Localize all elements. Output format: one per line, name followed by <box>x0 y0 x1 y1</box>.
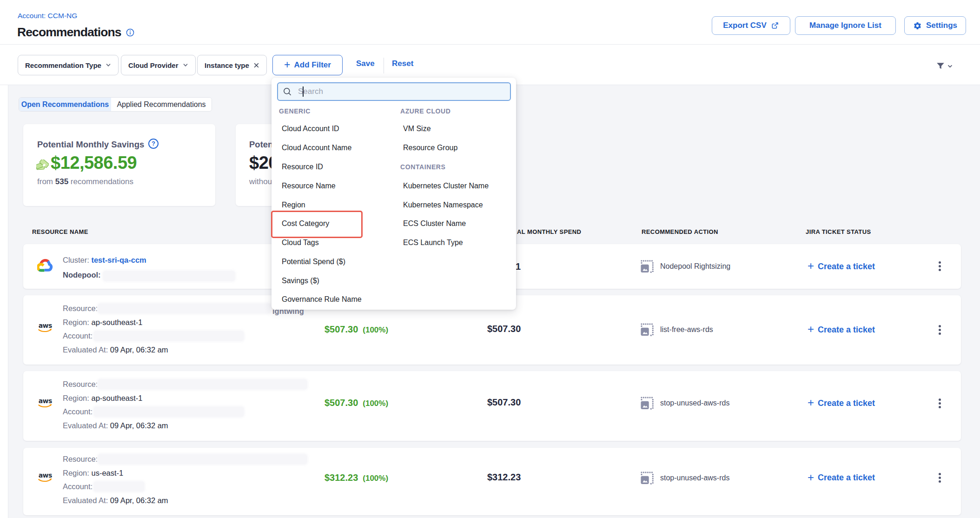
create-ticket-label: Create a ticket <box>818 262 875 272</box>
dropdown-item-resource-name[interactable]: Resource Name <box>282 182 336 190</box>
funnel-icon <box>935 61 946 71</box>
nodepool-label: Nodepool: <box>63 271 101 279</box>
account-breadcrumb[interactable]: Account: CCM-NG <box>18 12 77 20</box>
filter-chip-instance-type[interactable]: Instance type <box>197 55 267 75</box>
plus-icon: + <box>808 472 814 483</box>
dropdown-item-potential-spend[interactable]: Potential Spend ($) <box>282 258 345 266</box>
create-ticket-label: Create a ticket <box>818 325 875 335</box>
close-icon[interactable] <box>253 62 259 68</box>
dropdown-item-region[interactable]: Region <box>282 201 305 209</box>
cost-category-highlight-box <box>271 211 363 238</box>
column-header-jira-ticket-status[interactable]: JIRA TICKET STATUS <box>806 228 871 235</box>
settings-button[interactable]: Settings <box>904 16 966 35</box>
svg-text:aws: aws <box>39 398 52 405</box>
recommended-action: Nodepool Rightsizing <box>641 260 730 273</box>
aws-icon: aws <box>38 397 53 412</box>
dropdown-item-ecs-launch-type[interactable]: ECS Launch Type <box>403 239 463 247</box>
rightsizing-action-icon <box>641 472 654 485</box>
money-icon <box>36 159 49 172</box>
column-header-resource-name[interactable]: RESOURCE NAME <box>32 228 88 235</box>
savings-value: $312.23 <box>324 472 358 483</box>
resource-label: Resource: <box>63 455 98 463</box>
row-menu-kebab-icon[interactable] <box>939 473 941 483</box>
create-ticket-button[interactable]: + Create a ticket <box>808 398 875 409</box>
tab-open-recommendations[interactable]: Open Recommendations <box>19 98 111 111</box>
redacted-account-value <box>94 331 244 341</box>
savings-percent: (100%) <box>363 325 388 334</box>
create-ticket-button[interactable]: + Create a ticket <box>808 472 875 484</box>
tab-applied-recommendations[interactable]: Applied Recommendations <box>111 98 212 111</box>
manage-ignore-list-button[interactable]: Manage Ignore List <box>795 16 896 35</box>
row-menu-kebab-icon[interactable] <box>939 325 941 335</box>
resource-line: Resource: <box>63 304 98 313</box>
search-input[interactable] <box>296 87 505 96</box>
row-menu-kebab-icon[interactable] <box>939 261 941 271</box>
dropdown-item-resource-group[interactable]: Resource Group <box>403 144 457 152</box>
filter-chip-cloud-provider[interactable]: Cloud Provider <box>121 55 196 75</box>
row-menu-kebab-icon[interactable] <box>939 398 941 408</box>
manage-ignore-list-label: Manage Ignore List <box>809 21 881 30</box>
add-filter-dropdown: GENERIC Cloud Account ID Cloud Account N… <box>271 78 516 310</box>
gear-icon <box>913 21 922 30</box>
region-label: Region: <box>63 394 89 402</box>
add-filter-button[interactable]: + Add Filter <box>272 55 343 75</box>
column-header-monthly-spend[interactable]: AL MONTHLY SPEND <box>517 228 581 235</box>
dropdown-item-governance-rule-name[interactable]: Governance Rule Name <box>282 295 362 304</box>
account-line: Account: <box>63 331 93 340</box>
recommendation-row-3[interactable]: aws Resource: Region: ap-southeast-1 Acc… <box>23 371 961 441</box>
plus-icon: + <box>284 60 290 70</box>
account-label: Account: <box>63 407 93 416</box>
page-title: Recommendations <box>17 25 121 40</box>
recommended-action: stop-unused-aws-rds <box>641 472 729 485</box>
save-filter-link[interactable]: Save <box>356 59 375 68</box>
account-label: Account: <box>63 482 93 491</box>
recommended-action-label: Nodepool Rightsizing <box>660 262 730 271</box>
account-label: Account: <box>63 332 93 340</box>
divider <box>384 58 384 73</box>
recommended-action: list-free-aws-rds <box>641 323 713 336</box>
create-ticket-button[interactable]: + Create a ticket <box>808 324 875 335</box>
svg-text:aws: aws <box>39 472 52 479</box>
monthly-spend-value: $507.30 <box>487 397 521 408</box>
savings-sub-suffix: recommendations <box>71 177 133 186</box>
dropdown-item-cloud-account-id[interactable]: Cloud Account ID <box>282 125 339 133</box>
reset-filter-link[interactable]: Reset <box>392 59 413 68</box>
resource-label: Resource: <box>63 380 98 388</box>
region-value: us-east-1 <box>91 469 123 477</box>
plus-icon: + <box>808 397 814 408</box>
filter-chip-label: Recommendation Type <box>25 61 101 69</box>
redacted-account-value <box>94 407 244 417</box>
dropdown-item-cloud-account-name[interactable]: Cloud Account Name <box>282 144 351 152</box>
cluster-link[interactable]: test-sri-qa-ccm <box>91 256 146 264</box>
redacted-resource-value <box>98 379 307 389</box>
chevron-down-icon <box>183 62 188 68</box>
filter-chip-recommendation-type[interactable]: Recommendation Type <box>18 55 119 75</box>
monthly-savings-cell: $507.30(100%) <box>324 398 388 408</box>
savings-percent: (100%) <box>363 474 388 483</box>
dropdown-item-vm-size[interactable]: VM Size <box>403 125 431 133</box>
redacted-account-value <box>94 482 144 491</box>
dropdown-item-ecs-cluster-name[interactable]: ECS Cluster Name <box>403 219 466 228</box>
external-link-icon <box>771 21 779 30</box>
monthly-spend-value-partial: 1 <box>516 261 521 272</box>
filter-panel-toggle[interactable] <box>935 61 953 71</box>
dropdown-item-savings[interactable]: Savings ($) <box>282 277 319 285</box>
dropdown-search-box[interactable] <box>277 82 511 101</box>
svg-text:?: ? <box>152 140 155 147</box>
dropdown-item-kubernetes-cluster-name[interactable]: Kubernetes Cluster Name <box>403 182 489 190</box>
dropdown-item-cloud-tags[interactable]: Cloud Tags <box>282 239 319 247</box>
dropdown-item-kubernetes-namespace[interactable]: Kubernetes Namespace <box>403 201 483 209</box>
column-header-recommended-action[interactable]: RECOMMENDED ACTION <box>642 228 718 235</box>
export-csv-button[interactable]: Export CSV <box>712 16 790 35</box>
evaluated-at-value: 09 Apr, 06:32 am <box>110 421 168 430</box>
savings-percent: (100%) <box>363 399 388 408</box>
settings-label: Settings <box>926 21 957 30</box>
help-icon[interactable]: ? <box>148 138 159 151</box>
info-icon[interactable] <box>126 28 134 39</box>
dropdown-item-resource-id[interactable]: Resource ID <box>282 163 323 171</box>
evaluated-at-label: Evaluated At: <box>63 421 108 430</box>
page-header: Account: CCM-NG Recommendations Export C… <box>0 0 980 45</box>
redacted-resource-value <box>98 454 307 464</box>
recommendation-row-4[interactable]: aws Resource: Region: us-east-1 Account:… <box>23 448 961 515</box>
create-ticket-button[interactable]: + Create a ticket <box>808 261 875 272</box>
